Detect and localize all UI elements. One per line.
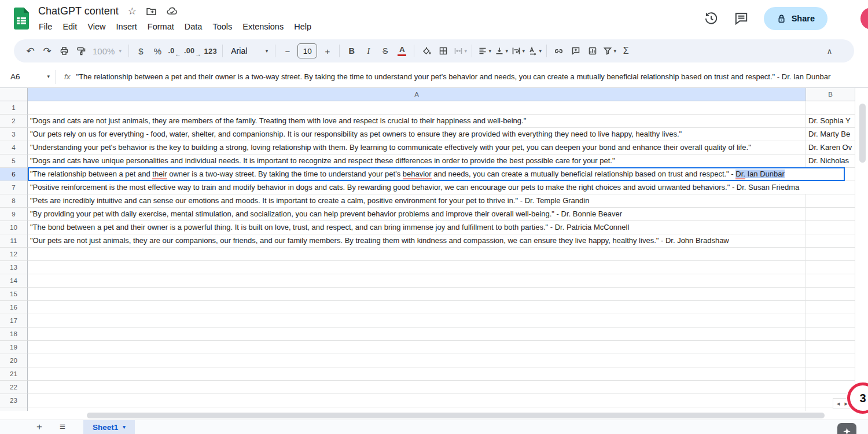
print-button[interactable] xyxy=(56,43,72,59)
cell-A19[interactable] xyxy=(28,341,806,354)
cell-B14[interactable] xyxy=(806,274,855,288)
cell-A5[interactable]: "Dogs and cats have unique personalities… xyxy=(28,155,806,168)
menu-edit[interactable]: Edit xyxy=(57,21,82,32)
cell-B4[interactable]: Dr. Karen Ov xyxy=(806,141,855,155)
menu-extensions[interactable]: Extensions xyxy=(237,21,289,32)
star-icon[interactable]: ☆ xyxy=(128,6,137,16)
row-header-23[interactable]: 23 xyxy=(0,394,28,407)
sheets-logo-icon[interactable] xyxy=(13,7,30,30)
cell-B11[interactable] xyxy=(806,234,855,248)
menu-file[interactable]: File xyxy=(34,21,57,32)
row-header-5[interactable]: 5 xyxy=(0,155,28,168)
row-header-21[interactable]: 21 xyxy=(0,367,28,381)
move-to-folder-icon[interactable] xyxy=(146,6,157,17)
cell-A23[interactable] xyxy=(28,394,806,407)
format-currency-button[interactable]: $ xyxy=(133,43,149,59)
recorder-sparkle-button[interactable] xyxy=(837,423,856,434)
row-header-4[interactable]: 4 xyxy=(0,141,28,155)
cell-A14[interactable] xyxy=(28,274,806,288)
vertical-scrollbar[interactable] xyxy=(859,104,866,404)
decrease-font-size-button[interactable]: − xyxy=(279,43,296,59)
vertical-align-button[interactable]: ▾ xyxy=(492,43,509,59)
format-percent-button[interactable]: % xyxy=(149,43,166,59)
menu-data[interactable]: Data xyxy=(179,21,208,32)
text-color-button[interactable]: A xyxy=(393,43,410,59)
cell-A1[interactable] xyxy=(28,101,806,115)
cell-A9[interactable]: "By providing your pet with daily exerci… xyxy=(28,208,806,221)
cell-B9[interactable] xyxy=(806,208,855,221)
menu-insert[interactable]: Insert xyxy=(111,21,142,32)
hide-menus-button[interactable]: ∧ xyxy=(821,43,838,59)
row-header-2[interactable]: 2 xyxy=(0,115,28,128)
row-header-22[interactable]: 22 xyxy=(0,381,28,394)
share-button[interactable]: Share xyxy=(764,7,827,30)
menu-format[interactable]: Format xyxy=(142,21,179,32)
paint-format-button[interactable] xyxy=(72,43,89,59)
comment-history-button[interactable] xyxy=(734,11,749,26)
row-header-18[interactable]: 18 xyxy=(0,328,28,341)
cell-B3[interactable]: Dr. Marty Be xyxy=(806,128,855,141)
cell-A12[interactable] xyxy=(28,248,806,261)
document-title[interactable]: ChatGPT content xyxy=(38,5,119,17)
increase-font-size-button[interactable]: + xyxy=(319,43,336,59)
increase-decimal-button[interactable]: .00→ xyxy=(183,43,202,59)
cell-B10[interactable] xyxy=(806,221,855,234)
cell-B13[interactable] xyxy=(806,261,855,274)
cell-B17[interactable] xyxy=(806,314,855,328)
row-header-13[interactable]: 13 xyxy=(0,261,28,274)
merge-cells-button[interactable]: ▾ xyxy=(451,43,468,59)
row-header-20[interactable]: 20 xyxy=(0,354,28,367)
version-history-button[interactable] xyxy=(704,11,719,26)
more-formats-button[interactable]: 123 xyxy=(202,43,219,59)
cell-B5[interactable]: Dr. Nicholas xyxy=(806,155,855,168)
scroll-left-button[interactable]: ◂ xyxy=(837,400,840,407)
vertical-scrollbar-thumb[interactable] xyxy=(859,104,866,163)
font-size-input[interactable]: 10 xyxy=(297,43,317,58)
row-header-17[interactable]: 17 xyxy=(0,314,28,328)
cell-A13[interactable] xyxy=(28,261,806,274)
horizontal-scrollbar-thumb[interactable] xyxy=(87,413,825,418)
select-all-corner[interactable] xyxy=(0,88,28,101)
cell-B15[interactable] xyxy=(806,288,855,301)
decrease-decimal-button[interactable]: .0← xyxy=(166,43,183,59)
cell-B8[interactable] xyxy=(806,194,855,208)
cell-A20[interactable] xyxy=(28,354,806,367)
cell-B12[interactable] xyxy=(806,248,855,261)
cell-B1[interactable] xyxy=(806,101,855,115)
row-header-7[interactable]: 7 xyxy=(0,181,28,194)
cell-A21[interactable] xyxy=(28,367,806,381)
insert-chart-button[interactable] xyxy=(584,43,601,59)
row-header-19[interactable]: 19 xyxy=(0,341,28,354)
cell-A18[interactable] xyxy=(28,328,806,341)
borders-button[interactable] xyxy=(435,43,451,59)
create-filter-button[interactable]: ▾ xyxy=(601,43,617,59)
cell-A2[interactable]: "Dogs and cats are not just animals, the… xyxy=(28,115,806,128)
horizontal-align-button[interactable]: ▾ xyxy=(476,43,492,59)
cell-A4[interactable]: "Understanding your pet's behavior is th… xyxy=(28,141,806,155)
functions-button[interactable]: Σ xyxy=(617,43,634,59)
cell-B2[interactable]: Dr. Sophia Y xyxy=(806,115,855,128)
cell-A6[interactable]: "The relationship between a pet and thei… xyxy=(28,168,806,181)
cell-A8[interactable]: "Pets are incredibly intuitive and can s… xyxy=(28,194,806,208)
column-header-A[interactable]: A xyxy=(28,88,806,101)
cell-A17[interactable] xyxy=(28,314,806,328)
bold-button[interactable]: B xyxy=(343,43,360,59)
row-header-3[interactable]: 3 xyxy=(0,128,28,141)
cell-B7[interactable] xyxy=(806,181,855,194)
menu-help[interactable]: Help xyxy=(289,21,317,32)
cloud-status-icon[interactable] xyxy=(166,6,178,17)
row-header-12[interactable]: 12 xyxy=(0,248,28,261)
menu-view[interactable]: View xyxy=(82,21,111,32)
row-header-8[interactable]: 8 xyxy=(0,194,28,208)
strikethrough-button[interactable]: S xyxy=(377,43,393,59)
text-rotation-button[interactable]: ▾ xyxy=(526,43,543,59)
zoom-select[interactable]: 100% ▾ xyxy=(89,43,125,59)
row-header-15[interactable]: 15 xyxy=(0,288,28,301)
all-sheets-button[interactable]: ≡ xyxy=(51,421,74,433)
fill-color-button[interactable] xyxy=(418,43,435,59)
row-header-10[interactable]: 10 xyxy=(0,221,28,234)
row-header-1[interactable]: 1 xyxy=(0,101,28,115)
redo-button[interactable]: ↷ xyxy=(39,43,56,59)
column-header-B[interactable]: B xyxy=(806,88,855,101)
name-box[interactable]: A6 ▾ xyxy=(0,72,56,81)
